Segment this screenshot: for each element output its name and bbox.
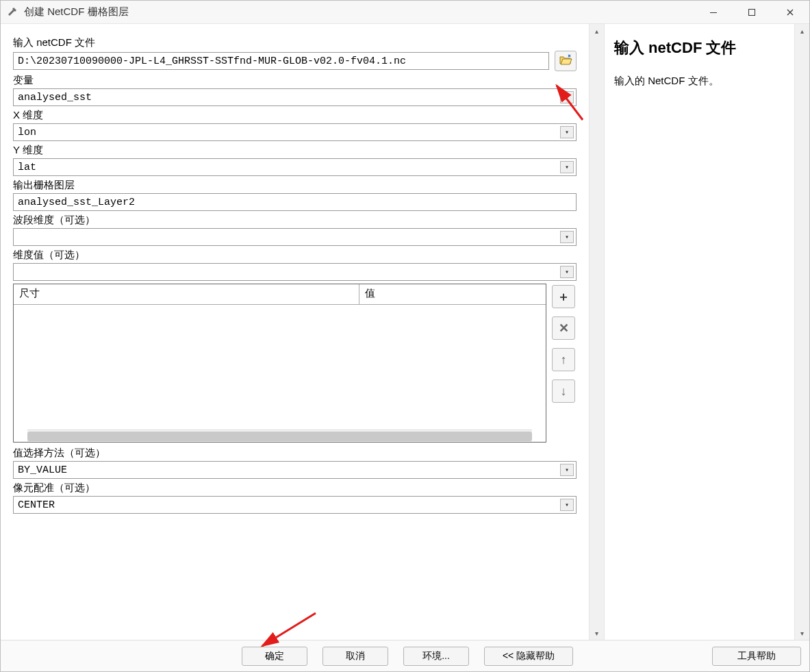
variable-label: 变量 — [13, 74, 577, 87]
help-title: 输入 netCDF 文件 — [614, 38, 785, 58]
scroll-up-icon: ▴ — [795, 24, 809, 38]
value-select-label: 值选择方法（可选） — [13, 447, 577, 460]
help-scrollbar[interactable]: ▴ ▾ — [794, 24, 809, 640]
folder-open-icon — [559, 54, 572, 69]
chevron-down-icon: ▾ — [560, 266, 574, 278]
output-layer-field[interactable]: analysed_sst_Layer2 — [13, 193, 577, 211]
move-up-button[interactable]: ↑ — [552, 348, 575, 371]
help-panel: 输入 netCDF 文件 输入的 NetCDF 文件。 ▴ ▾ — [604, 24, 809, 640]
move-down-button[interactable]: ↓ — [552, 379, 575, 403]
table-body — [14, 305, 546, 430]
minimize-button[interactable] — [694, 1, 733, 24]
footer: 确定 取消 环境... << 隐藏帮助 工具帮助 — [1, 640, 809, 671]
xdim-label: X 维度 — [13, 109, 577, 122]
remove-row-button[interactable]: ✕ — [552, 316, 575, 340]
hide-help-button[interactable]: << 隐藏帮助 — [484, 647, 573, 666]
window-title: 创建 NetCDF 栅格图层 — [24, 5, 129, 18]
help-text: 输入的 NetCDF 文件。 — [614, 75, 785, 88]
cell-registration-select[interactable]: CENTER ▾ — [13, 496, 577, 514]
dimensions-table-block: 尺寸 值 ＋ ✕ ↑ ↓ — [13, 284, 577, 443]
ydim-label: Y 维度 — [13, 144, 577, 157]
cell-reg-label: 像元配准（可选） — [13, 482, 577, 495]
table-hscroll[interactable] — [27, 430, 532, 442]
browse-button[interactable] — [555, 51, 577, 71]
band-dim-label: 波段维度（可选） — [13, 214, 577, 227]
value-select-method[interactable]: BY_VALUE ▾ — [13, 461, 577, 479]
main-scrollbar[interactable]: ▴ ▾ — [589, 24, 604, 640]
maximize-button[interactable] — [733, 1, 771, 24]
output-layer-label: 输出栅格图层 — [13, 179, 577, 192]
scroll-down-icon: ▾ — [795, 626, 809, 640]
input-netcdf-label: 输入 netCDF 文件 — [13, 36, 577, 49]
table-col-size: 尺寸 — [14, 284, 359, 305]
form-area: 输入 netCDF 文件 D:\20230710090000-JPL-L4_GH… — [1, 24, 589, 640]
dimensions-table[interactable]: 尺寸 值 — [13, 284, 546, 443]
arrow-up-icon: ↑ — [561, 353, 567, 367]
plus-icon: ＋ — [557, 288, 570, 305]
xdim-select[interactable]: lon ▾ — [13, 123, 577, 141]
dim-values-select[interactable]: ▾ — [13, 263, 577, 281]
band-dim-select[interactable]: ▾ — [13, 228, 577, 246]
hammer-icon — [8, 7, 18, 18]
window: 创建 NetCDF 栅格图层 输入 netCDF 文件 D:\202307100… — [0, 0, 810, 672]
input-netcdf-field[interactable]: D:\20230710090000-JPL-L4_GHRSST-SSTfnd-M… — [13, 52, 549, 70]
titlebar: 创建 NetCDF 栅格图层 — [1, 1, 809, 24]
scroll-down-icon: ▾ — [590, 626, 604, 640]
add-row-button[interactable]: ＋ — [552, 285, 575, 308]
ok-button[interactable]: 确定 — [242, 647, 307, 666]
close-button[interactable] — [771, 1, 809, 24]
chevron-down-icon: ▾ — [560, 91, 574, 103]
dim-values-label: 维度值（可选） — [13, 249, 577, 262]
table-side-buttons: ＋ ✕ ↑ ↓ — [552, 284, 577, 443]
chevron-down-icon: ▾ — [560, 126, 574, 138]
tool-help-button[interactable]: 工具帮助 — [712, 647, 801, 666]
variable-select[interactable]: analysed_sst ▾ — [13, 88, 577, 106]
svg-rect-1 — [749, 9, 755, 15]
chevron-down-icon: ▾ — [560, 464, 574, 476]
ydim-select[interactable]: lat ▾ — [13, 158, 577, 176]
arrow-down-icon: ↓ — [561, 384, 567, 399]
scroll-up-icon: ▴ — [590, 24, 604, 38]
chevron-down-icon: ▾ — [560, 161, 574, 173]
svg-rect-0 — [710, 12, 717, 13]
content-area: 输入 netCDF 文件 D:\20230710090000-JPL-L4_GH… — [1, 24, 809, 640]
x-icon: ✕ — [559, 321, 569, 336]
table-col-value: 值 — [359, 284, 546, 305]
help-body: 输入 netCDF 文件 输入的 NetCDF 文件。 — [605, 24, 794, 640]
main-panel: 输入 netCDF 文件 D:\20230710090000-JPL-L4_GH… — [1, 24, 604, 640]
table-header: 尺寸 值 — [14, 284, 546, 305]
chevron-down-icon: ▾ — [560, 231, 574, 243]
cancel-button[interactable]: 取消 — [322, 647, 388, 666]
chevron-down-icon: ▾ — [560, 499, 574, 511]
environments-button[interactable]: 环境... — [403, 647, 469, 666]
